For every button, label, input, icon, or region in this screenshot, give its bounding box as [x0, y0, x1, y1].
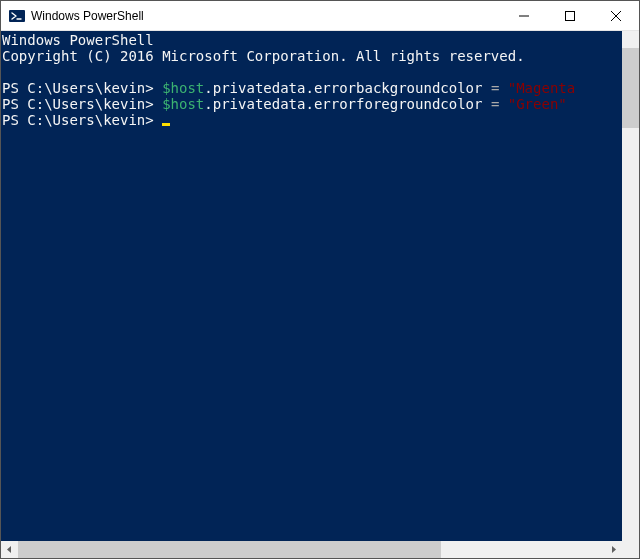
scroll-left-button[interactable]	[1, 541, 18, 558]
copyright-line: Copyright (C) 2016 Microsoft Corporation…	[2, 48, 525, 64]
titlebar[interactable]: Windows PowerShell	[1, 1, 639, 31]
powershell-icon	[9, 8, 25, 24]
cmd-variable: $host	[162, 80, 204, 96]
powershell-window: Windows PowerShell Windows PowerShellCop…	[1, 1, 639, 558]
horizontal-scrollbar[interactable]	[1, 541, 639, 558]
svg-rect-3	[566, 11, 575, 20]
cmd-string: "Magenta	[508, 80, 575, 96]
svg-rect-0	[9, 10, 25, 22]
scroll-right-button[interactable]	[605, 541, 622, 558]
horizontal-scroll-thumb[interactable]	[18, 541, 441, 558]
minimize-button[interactable]	[501, 1, 547, 30]
horizontal-scroll-track[interactable]	[18, 541, 605, 558]
header-line: Windows PowerShell	[2, 32, 154, 48]
scroll-corner	[622, 541, 639, 558]
console-output[interactable]: Windows PowerShellCopyright (C) 2016 Mic…	[1, 31, 622, 541]
cmd-member: .privatedata.errorforegroundcolor	[204, 96, 491, 112]
window-buttons	[501, 1, 639, 30]
maximize-button[interactable]	[547, 1, 593, 30]
prompt: PS C:\Users\kevin>	[2, 80, 162, 96]
cmd-string: "Green"	[508, 96, 567, 112]
cmd-member: .privatedata.errorbackgroundcolor	[204, 80, 491, 96]
vertical-scroll-thumb[interactable]	[622, 48, 639, 128]
window-title: Windows PowerShell	[31, 9, 501, 23]
cursor	[162, 123, 170, 126]
cmd-variable: $host	[162, 96, 204, 112]
prompt: PS C:\Users\kevin>	[2, 112, 162, 128]
vertical-scrollbar[interactable]	[622, 31, 639, 541]
console-area: Windows PowerShellCopyright (C) 2016 Mic…	[1, 31, 639, 541]
close-button[interactable]	[593, 1, 639, 30]
console-wrap: Windows PowerShellCopyright (C) 2016 Mic…	[1, 31, 639, 558]
prompt: PS C:\Users\kevin>	[2, 96, 162, 112]
